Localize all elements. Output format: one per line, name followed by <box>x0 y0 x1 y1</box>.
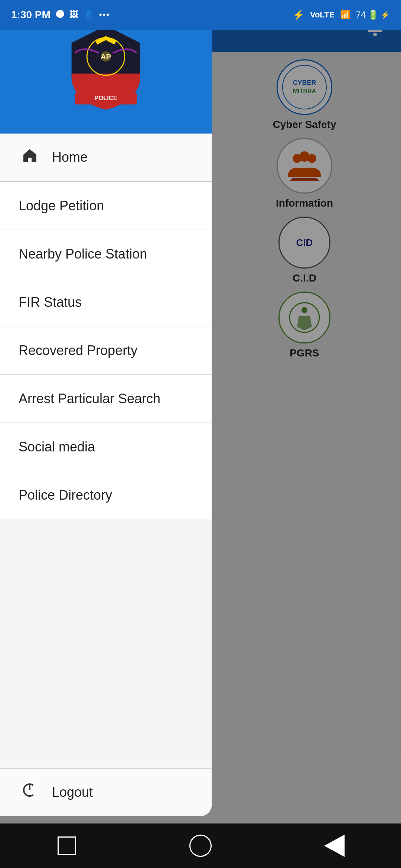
lodge-petition-label: Lodge Petition <box>19 198 104 214</box>
recovered-property-label: Recovered Property <box>19 343 137 358</box>
nav-back-button[interactable] <box>52 831 82 861</box>
menu-item-home[interactable]: Home <box>0 134 212 182</box>
nearby-police-station-label: Nearby Police Station <box>19 246 147 262</box>
battery-percent: 74 <box>356 10 366 20</box>
drawer-menu: Home Lodge Petition Nearby Police Statio… <box>0 134 212 816</box>
nav-home-button[interactable] <box>186 831 215 861</box>
circle-icon <box>189 835 212 857</box>
bluetooth-icon: ⚡ <box>293 9 304 21</box>
menu-item-arrest-particular-search[interactable]: Arrest Particular Search <box>0 375 212 423</box>
police-directory-label: Police Directory <box>19 487 112 503</box>
svg-point-11 <box>101 51 111 62</box>
power-icon <box>19 782 41 802</box>
ap-police-logo: POLICE AP <box>61 22 150 111</box>
menu-item-lodge-petition[interactable]: Lodge Petition <box>0 182 212 230</box>
volte-icon: VoLTE <box>310 10 335 20</box>
status-left: 1:30 PM 🅟 🖼 👤 ••• <box>11 9 110 21</box>
time-display: 1:30 PM <box>11 9 50 21</box>
nav-recents-button[interactable] <box>319 831 349 861</box>
menu-item-social-media[interactable]: Social media <box>0 423 212 471</box>
gallery-icon: 🖼 <box>70 10 78 20</box>
charging-icon: ⚡ <box>381 10 390 19</box>
battery-icon: 🔋 <box>368 10 379 20</box>
menu-item-logout[interactable]: Logout <box>0 768 212 816</box>
home-icon <box>19 147 41 168</box>
person-icon: 👤 <box>84 10 94 20</box>
menu-item-recovered-property[interactable]: Recovered Property <box>0 326 212 375</box>
signal-icon: 📶 <box>340 10 350 20</box>
status-bar: 1:30 PM 🅟 🖼 👤 ••• ⚡ VoLTE 📶 74 🔋 ⚡ <box>0 0 401 30</box>
battery-indicator: 74 🔋 ⚡ <box>356 10 390 20</box>
triangle-icon <box>324 835 345 857</box>
status-right: ⚡ VoLTE 📶 74 🔋 ⚡ <box>293 9 390 21</box>
menu-item-fir-status[interactable]: FIR Status <box>0 278 212 326</box>
arrest-particular-search-label: Arrest Particular Search <box>19 391 160 407</box>
svg-text:POLICE: POLICE <box>94 95 117 102</box>
sim-icon: 🅟 <box>56 10 64 20</box>
menu-item-police-directory[interactable]: Police Directory <box>0 471 212 519</box>
home-label: Home <box>52 149 88 165</box>
menu-item-nearby-police-station[interactable]: Nearby Police Station <box>0 230 212 278</box>
bottom-navigation <box>0 823 401 868</box>
fir-status-label: FIR Status <box>19 295 82 310</box>
square-icon <box>58 836 76 855</box>
logout-label: Logout <box>52 785 93 800</box>
social-media-label: Social media <box>19 439 95 455</box>
more-icon: ••• <box>99 10 110 20</box>
navigation-drawer: POLICE AP Home Lodge <box>0 0 212 816</box>
